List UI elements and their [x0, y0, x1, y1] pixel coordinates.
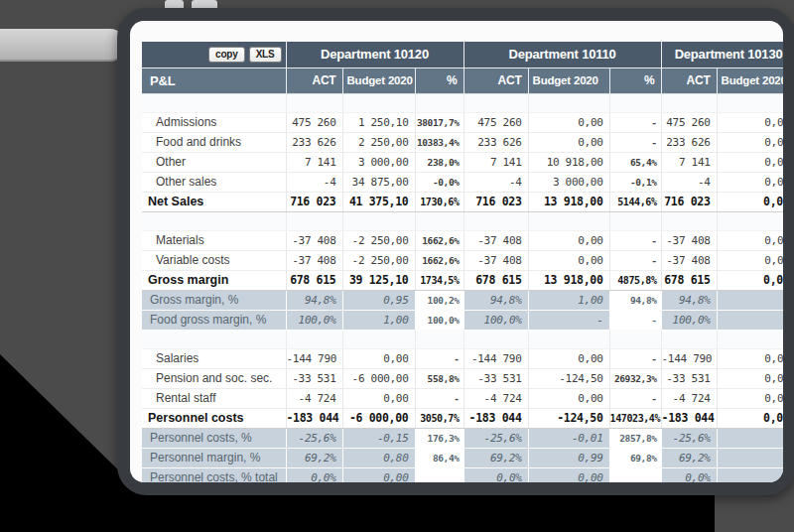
spacer-row	[142, 330, 783, 348]
budget-cell: 13 918,00	[528, 192, 609, 211]
budget-cell: 0,00	[717, 112, 783, 132]
row-label-header[interactable]: P&L	[142, 67, 286, 93]
act-cell: -4	[463, 172, 528, 192]
act-cell: -37 408	[661, 250, 717, 270]
budget-cell: 3 000,00	[342, 152, 415, 172]
copy-button[interactable]: copy	[208, 47, 245, 63]
row-label: Food and drinks	[142, 132, 286, 152]
act-cell: 475 260	[463, 112, 528, 132]
budget-cell	[717, 448, 783, 467]
variance-pct-cell: -0,1%	[609, 172, 661, 192]
variance-pct-cell: 10383,4%	[415, 132, 463, 152]
measure-header--[interactable]: %	[415, 67, 463, 93]
budget-cell: 0,80	[342, 448, 415, 467]
act-cell: -144 790	[286, 348, 342, 368]
measure-header-act[interactable]: ACT	[661, 67, 717, 93]
budget-cell	[717, 467, 783, 482]
row-label: Personnel costs	[142, 408, 286, 428]
act-cell: 100,0%	[286, 310, 342, 330]
act-cell: -37 408	[463, 250, 528, 270]
budget-cell: -6 000,00	[342, 408, 415, 428]
budget-cell: -2 250,00	[342, 230, 415, 250]
department-header[interactable]: Department 10130	[661, 42, 783, 67]
act-cell: 233 626	[463, 132, 528, 152]
budget-cell	[717, 428, 783, 448]
act-cell: -37 408	[463, 230, 528, 250]
variance-pct-cell: -	[609, 310, 661, 330]
variance-pct-cell: 94,8%	[609, 290, 661, 310]
row-label: Food gross margin, %	[142, 310, 286, 330]
variance-pct-cell: 38017,7%	[415, 112, 463, 132]
table-row: Rental staff-4 7240,00--4 7240,00--4 724…	[142, 388, 783, 408]
variance-pct-cell: -	[609, 250, 661, 270]
budget-cell: 0,00	[717, 152, 783, 172]
budget-cell: 0,00	[342, 467, 415, 482]
act-cell: -4	[286, 172, 342, 192]
budget-cell: 0,00	[717, 270, 783, 290]
budget-cell: 41 375,10	[342, 192, 415, 211]
row-label: Salaries	[142, 348, 286, 368]
budget-cell: 13 918,00	[528, 270, 609, 290]
variance-pct-cell: 100,2%	[415, 290, 463, 310]
variance-pct-cell: 2857,8%	[609, 428, 661, 448]
table-row: Gross margin, %94,8%0,95100,2%94,8%1,009…	[142, 290, 783, 310]
act-cell: 94,8%	[286, 290, 342, 310]
variance-pct-cell: -	[415, 348, 463, 368]
budget-cell: 0,00	[342, 388, 415, 408]
row-label: Other	[142, 152, 286, 172]
table-row: Personnel margin, %69,2%0,8086,4%69,2%0,…	[142, 448, 783, 467]
budget-cell: 0,00	[717, 348, 783, 368]
act-cell: 716 023	[463, 192, 528, 211]
budget-cell: 3 000,00	[528, 172, 609, 192]
table-row: Net Sales716 02341 375,101730,6%716 0231…	[142, 192, 783, 211]
variance-pct-cell: 1662,6%	[415, 230, 463, 250]
measure-header-act[interactable]: ACT	[286, 67, 342, 93]
measure-header-budget-2020[interactable]: Budget 2020	[717, 67, 783, 93]
department-header[interactable]: Department 10110	[463, 42, 661, 67]
spacer-row	[142, 93, 783, 112]
act-cell: 233 626	[286, 132, 342, 152]
measure-header-budget-2020[interactable]: Budget 2020	[528, 67, 609, 93]
row-label: Pension and soc. sec.	[142, 368, 286, 388]
budget-cell: 0,00	[528, 348, 609, 368]
budget-cell: 39 125,10	[342, 270, 415, 290]
variance-pct-cell: 69,8%	[609, 448, 661, 467]
budget-cell: 0,00	[528, 230, 609, 250]
act-cell: -33 531	[463, 368, 528, 388]
act-cell: 94,8%	[463, 290, 528, 310]
variance-pct-cell: 147023,4%	[609, 408, 661, 428]
department-header[interactable]: Department 10120	[286, 42, 463, 67]
table-row: Personnel costs, % total0,0%0,000,0%0,00…	[142, 467, 783, 482]
act-cell: 716 023	[661, 192, 717, 211]
variance-pct-cell: 176,3%	[415, 428, 463, 448]
variance-pct-cell: 100,0%	[415, 310, 463, 330]
row-label: Variable costs	[142, 250, 286, 270]
variance-pct-cell: 3050,7%	[415, 408, 463, 428]
act-cell: -25,6%	[286, 428, 342, 448]
budget-cell: 0,00	[717, 192, 783, 211]
table-row: Other sales-434 875,00-0,0%-43 000,00-0,…	[142, 172, 783, 192]
measure-header-budget-2020[interactable]: Budget 2020	[342, 67, 415, 93]
table-row: Food gross margin, %100,0%1,00100,0%100,…	[142, 310, 783, 330]
budget-cell: 1,00	[528, 290, 609, 310]
act-cell: -25,6%	[661, 428, 717, 448]
measure-header--[interactable]: %	[609, 67, 661, 93]
measure-header-act[interactable]: ACT	[463, 67, 528, 93]
act-cell: 475 260	[661, 112, 717, 132]
budget-cell: 34 875,00	[342, 172, 415, 192]
budget-cell: 0,00	[717, 230, 783, 250]
act-cell: -183 044	[286, 408, 342, 428]
xls-export-button[interactable]: XLS	[249, 47, 282, 63]
table-row: Admissions475 2601 250,1038017,7%475 260…	[142, 112, 783, 132]
variance-pct-cell	[609, 467, 661, 482]
background-toolbar-bar	[0, 29, 126, 62]
budget-cell: -124,50	[528, 368, 609, 388]
act-cell: 716 023	[286, 192, 342, 211]
budget-cell: 2 250,00	[342, 132, 415, 152]
variance-pct-cell: -	[609, 230, 661, 250]
budget-cell: 1 250,10	[342, 112, 415, 132]
variance-pct-cell: -	[609, 348, 661, 368]
row-label: Net Sales	[142, 192, 286, 211]
act-cell: -4 724	[286, 388, 342, 408]
variance-pct-cell: 1734,5%	[415, 270, 463, 290]
